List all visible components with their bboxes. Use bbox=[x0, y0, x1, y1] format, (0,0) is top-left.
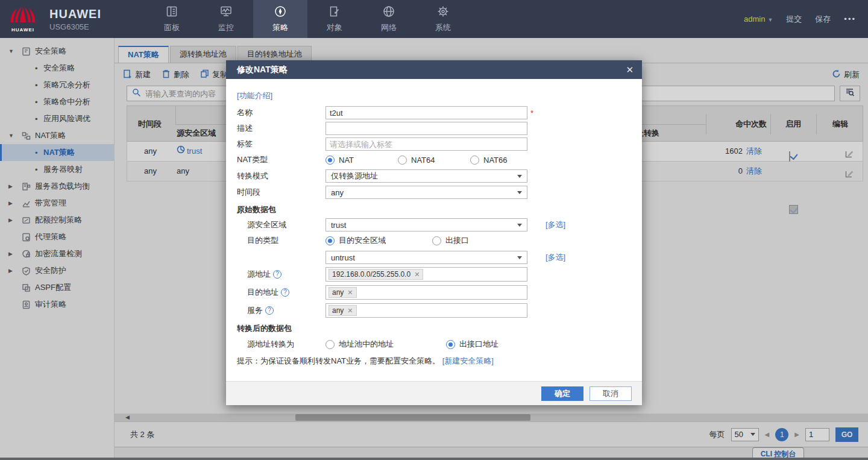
required-asterisk: * bbox=[530, 109, 533, 118]
chevron-down-icon bbox=[517, 256, 522, 259]
feature-intro-link[interactable]: [功能介绍] bbox=[237, 90, 272, 101]
radio-off-icon bbox=[326, 340, 335, 349]
description-input[interactable] bbox=[326, 122, 527, 135]
radio-off-icon bbox=[432, 236, 441, 245]
remove-token-icon[interactable]: ✕ bbox=[347, 289, 353, 297]
src-zone-select[interactable]: trust bbox=[326, 218, 527, 232]
help-icon[interactable]: ? bbox=[265, 306, 274, 315]
time-range-label: 时间段 bbox=[237, 187, 326, 198]
src-address-input[interactable]: 192.168.0.0/255.255.0.0✕ bbox=[326, 267, 527, 282]
dst-zone-select[interactable]: untrust bbox=[326, 251, 527, 264]
huawei-logo-icon: HUAWEI bbox=[7, 6, 39, 33]
help-icon[interactable]: ? bbox=[273, 270, 281, 279]
nav-dashboard[interactable]: 面板 bbox=[145, 0, 199, 38]
address-token: 192.168.0.0/255.255.0.0✕ bbox=[329, 269, 423, 280]
nav-monitor[interactable]: 监控 bbox=[199, 0, 253, 38]
nav-network[interactable]: 网络 bbox=[362, 0, 416, 38]
radio-off-icon bbox=[470, 156, 479, 165]
chevron-down-icon bbox=[517, 175, 522, 178]
help-icon[interactable]: ? bbox=[281, 288, 289, 297]
name-label: 名称 bbox=[237, 107, 326, 118]
translate-mode-label: 转换模式 bbox=[237, 171, 326, 181]
description-label: 描述 bbox=[237, 123, 326, 134]
ok-button[interactable]: 确定 bbox=[541, 386, 583, 401]
dst-address-label: 目的地址? bbox=[237, 287, 326, 298]
dst-zone-multi-select-link[interactable]: [多选] bbox=[546, 252, 565, 263]
create-security-policy-link[interactable]: [新建安全策略] bbox=[442, 356, 494, 365]
brand: HUAWEI HUAWEI USG6305E bbox=[0, 6, 127, 33]
radio-on-icon bbox=[326, 156, 335, 165]
top-nav: HUAWEI HUAWEI USG6305E 面板 监控 策略 对象 bbox=[0, 0, 868, 38]
radio-out-interface-address[interactable]: 出接口地址 bbox=[446, 339, 498, 350]
object-icon bbox=[328, 5, 341, 20]
modify-nat-policy-dialog: 修改NAT策略 ✕ [功能介绍] 名称 * 描述 标签 NAT类型 NAT NA… bbox=[226, 60, 642, 405]
address-token: any✕ bbox=[329, 287, 357, 298]
dialog-header: 修改NAT策略 ✕ bbox=[226, 60, 642, 79]
src-address-label: 源地址? bbox=[237, 269, 326, 280]
dst-type-label: 目的类型 bbox=[237, 235, 326, 246]
policy-compass-icon bbox=[274, 5, 287, 20]
translate-mode-select[interactable]: 仅转换源地址 bbox=[326, 169, 527, 183]
hint-text: 提示：为保证设备顺利转发NAT业务，需要配置安全策略。 [新建安全策略] bbox=[237, 356, 642, 367]
dst-address-input[interactable]: any✕ bbox=[326, 285, 527, 300]
service-input[interactable]: any✕ bbox=[326, 303, 527, 318]
section-translated-packet: 转换后的数据包 bbox=[237, 323, 642, 334]
save-button[interactable]: 保存 bbox=[815, 14, 831, 25]
radio-nat66[interactable]: NAT66 bbox=[470, 156, 508, 165]
nat-type-label: NAT类型 bbox=[237, 154, 326, 165]
remove-token-icon[interactable]: ✕ bbox=[347, 307, 353, 315]
brand-model: USG6305E bbox=[49, 22, 101, 31]
radio-address-pool[interactable]: 地址池中的地址 bbox=[326, 339, 446, 350]
dialog-title: 修改NAT策略 bbox=[237, 65, 288, 75]
submit-button[interactable]: 提交 bbox=[786, 14, 802, 25]
radio-nat64[interactable]: NAT64 bbox=[398, 156, 470, 165]
network-globe-icon bbox=[382, 5, 395, 20]
src-zone-label: 源安全区域 bbox=[237, 219, 326, 230]
service-token: any✕ bbox=[329, 305, 357, 316]
monitor-icon bbox=[219, 5, 233, 20]
dashboard-icon bbox=[165, 5, 178, 20]
nav-policy[interactable]: 策略 bbox=[253, 0, 307, 38]
service-label: 服务? bbox=[237, 305, 326, 316]
chevron-down-icon: ▼ bbox=[767, 17, 773, 23]
tag-input[interactable] bbox=[326, 137, 527, 151]
radio-on-icon bbox=[326, 236, 335, 245]
system-gear-icon bbox=[436, 5, 450, 20]
nav-object[interactable]: 对象 bbox=[307, 0, 362, 38]
brand-name: HUAWEI bbox=[49, 7, 101, 21]
radio-on-icon bbox=[446, 340, 455, 349]
time-range-select[interactable]: any bbox=[326, 186, 527, 199]
user-menu[interactable]: admin▼ bbox=[744, 14, 773, 24]
radio-nat[interactable]: NAT bbox=[326, 156, 398, 165]
radio-off-icon bbox=[398, 156, 407, 165]
src-translate-label: 源地址转换为 bbox=[237, 339, 326, 350]
radio-dst-zone[interactable]: 目的安全区域 bbox=[326, 235, 432, 246]
radio-out-interface[interactable]: 出接口 bbox=[432, 235, 469, 246]
chevron-down-icon bbox=[517, 191, 522, 194]
main-menu: 面板 监控 策略 对象 网络 系统 bbox=[145, 0, 470, 38]
cancel-button[interactable]: 取消 bbox=[590, 386, 632, 401]
logo-wordmark: HUAWEI bbox=[7, 27, 39, 33]
section-original-packet: 原始数据包 bbox=[237, 204, 642, 215]
close-icon[interactable]: ✕ bbox=[626, 65, 634, 75]
dialog-footer: 确定 取消 bbox=[226, 381, 642, 405]
more-menu-icon[interactable]: ••• bbox=[844, 14, 856, 24]
remove-token-icon[interactable]: ✕ bbox=[414, 271, 420, 279]
src-zone-multi-select-link[interactable]: [多选] bbox=[546, 219, 565, 230]
chevron-down-icon bbox=[517, 224, 522, 227]
dialog-body: [功能介绍] 名称 * 描述 标签 NAT类型 NAT NAT64 NAT66 bbox=[226, 79, 642, 381]
firewall-web-ui: HUAWEI HUAWEI USG6305E 面板 监控 策略 对象 bbox=[0, 0, 868, 460]
nav-system[interactable]: 系统 bbox=[416, 0, 470, 38]
tag-label: 标签 bbox=[237, 139, 326, 150]
name-input[interactable] bbox=[326, 106, 527, 119]
